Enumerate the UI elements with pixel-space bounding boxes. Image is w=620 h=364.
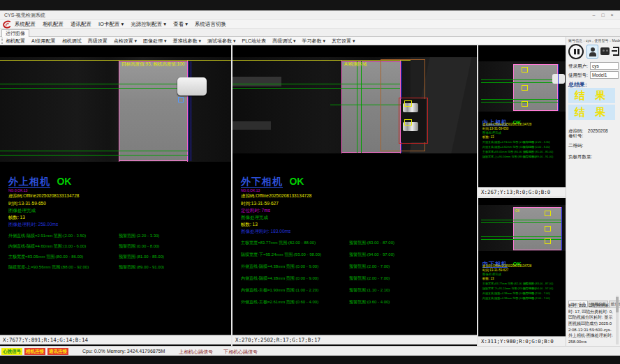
device-icon (603, 50, 605, 52)
toolbar-item-10[interactable]: 学习参数 ▾ (302, 38, 325, 45)
log-scrollbar[interactable] (616, 296, 619, 344)
camera-view-inner-bottom[interactable]: OK 内下相机 OK 虚拟码:Offline20250208133134728 … (478, 198, 566, 336)
measure-line (481, 236, 562, 237)
tab-run-image[interactable]: 运行图像 (1, 29, 29, 37)
frame-count-text: 帧数: 13 (482, 277, 494, 280)
status-badge-2: 通讯连接 (47, 348, 68, 355)
process-done-text: 图像处理完成 (8, 208, 36, 214)
login-user-field[interactable]: cys (590, 62, 619, 70)
tab-marker-box (522, 101, 528, 107)
result-block-top: 结 果 (568, 88, 615, 103)
toolbar-item-5[interactable]: 图像处理 ▾ (143, 38, 166, 45)
virtual-code-label: 虚拟码: (568, 128, 583, 133)
camera-view-inner-top[interactable]: 内上相机 OK 虚拟码:Offline20250208133134728 时间:… (478, 45, 566, 187)
menu-bar: 系统配置相机配置通讯配置IO卡配置 ▾光源控制配置 ▾查看 ▾系统语言切换 (0, 20, 620, 29)
toolbar-item-11[interactable]: 其它设置 ▾ (332, 38, 355, 45)
measure-line (232, 84, 400, 84)
toolbar: 相机配置AI使用配置相机调试高级设置点检设置 ▾图像处理 ▾基准线参数 ▾测试项… (0, 37, 566, 45)
elapsed-text: 图像处理耗时: 183.00ms (241, 229, 290, 235)
baseline-blue (189, 61, 189, 161)
toolbar-item-1[interactable]: AI使用配置 (31, 38, 56, 45)
ai-roi-label: AI检测区域 (344, 61, 367, 68)
menu-item-5[interactable]: 查看 ▾ (173, 20, 188, 28)
camera-image-inner-bottom[interactable]: OK (478, 205, 566, 251)
measurement-row: 主极宽度=83.05mm 范围:(80.00 - 86.00)预警范围:(81.… (8, 254, 228, 260)
baseline-blue (561, 207, 562, 250)
toolbar-item-6[interactable]: 基准线参数 ▾ (173, 38, 201, 45)
minimize-button[interactable]: – (590, 12, 598, 19)
maximize-button[interactable]: □ (599, 12, 607, 19)
model-field[interactable]: Model1 (590, 71, 619, 79)
toolbar-item-0[interactable]: 相机配置 (6, 38, 25, 45)
status-badge-0: 心跳信号 (1, 348, 22, 355)
tab-marker-box (522, 67, 528, 73)
close-button[interactable]: × (608, 12, 616, 19)
user-login-button[interactable] (586, 45, 598, 59)
menu-item-6[interactable]: 系统语言切换 (195, 20, 226, 28)
counter-text: NG:0,OK:13 (8, 188, 27, 192)
measurement-row: 外侧直线-隔膜=2.91mm 范围:(2.00 - 3.50)预警范围:(2.2… (482, 140, 565, 144)
barcode-text: 虚拟码:Offline20250208133134728 (482, 264, 531, 268)
log-scrollbar-thumb[interactable] (616, 297, 619, 312)
user-icon (589, 52, 596, 56)
model-label: 使用型号: (568, 73, 588, 79)
measure-vline (357, 61, 357, 153)
tab-marker-box (545, 211, 551, 216)
coord-bar-inner-top: X:267;Y:13;R:0;G:0;B:0 (478, 187, 566, 196)
counter-text: NG:0,OK:13 (241, 188, 260, 192)
measurement-row: 隔膜宽度-上=90.56mm 范围:(88.00 - 92.00)预警范围:(8… (8, 264, 228, 271)
frame-count-text: 帧数: 13 (241, 222, 258, 228)
tab-marker-box (522, 85, 528, 91)
camera-view-middle[interactable]: AI检测区域 外下相机 OK NG:0,OK:13 虚拟码:Offline202… (232, 45, 477, 335)
pin-number-label: 卷针号: (568, 133, 583, 139)
baseline-blue (191, 61, 191, 161)
toolbar-item-7[interactable]: 测试项参数 ▾ (207, 38, 235, 45)
height-line-overlay (0, 60, 231, 61)
tab-marker-box (545, 238, 551, 244)
frame-count-text: 帧数: 13 (482, 135, 494, 139)
edge-line-left (119, 61, 119, 162)
exit-button[interactable] (612, 45, 620, 59)
status-ok: OK (289, 176, 304, 187)
measure-line (481, 220, 562, 220)
toolbar-item-9[interactable]: 高级调试 ▾ (272, 38, 295, 45)
time-text: 时间:13-31-59-627 (482, 268, 508, 272)
menu-item-3[interactable]: IO卡配置 ▾ (98, 20, 124, 28)
toolbar-item-4[interactable]: 点检设置 ▾ (114, 38, 137, 45)
camera-image-middle[interactable]: AI检测区域 (232, 57, 477, 153)
measure-line (0, 151, 188, 151)
camera-view-left[interactable]: 目标高度值:93, 相机高度值:100 外上相机 OK NG:0,OK:13 虚… (0, 45, 231, 335)
height-overlay-text: 目标高度值:93, 相机高度值:100 (121, 61, 184, 68)
pause-icon (574, 49, 576, 54)
gripper-clip (552, 74, 565, 84)
measurement-row: 主极宽度=83.77mm 范围:(82.00 - 88.00)预警范围:(83.… (482, 282, 565, 285)
measure-line (481, 99, 558, 100)
measure-line (0, 155, 188, 156)
barcode-text: 虚拟码:Offline20250208133134728 (8, 193, 79, 199)
pause-button[interactable] (568, 44, 584, 59)
menu-item-4[interactable]: 光源控制配置 ▾ (131, 20, 166, 28)
baseline-blue (558, 64, 559, 111)
time-text: 时间:13-31-59-627 (241, 201, 279, 207)
result-text: 结 果 (575, 89, 609, 101)
menu-item-0[interactable]: 系统配置 (15, 20, 36, 28)
measurement-row: 内侧直线-主极=1.90mm 范围:(1.00 - 2.20)预警范围:(1.1… (241, 287, 475, 294)
measurement-row: 主极宽度=83.77mm 范围:(82.00 - 88.00)预警范围:(83.… (241, 240, 475, 246)
toolbar-item-2[interactable]: 相机调试 (62, 38, 82, 45)
tab-marker-label: OK (515, 209, 520, 213)
measure-vline (361, 61, 362, 153)
login-user-label: 登录用户: (568, 63, 588, 70)
measurement-row: 外侧直线-隔膜=4.38mm 范围:(0.00 - 9.00)预警范围:(2.0… (241, 264, 475, 270)
toolbar-item-8[interactable]: PLC地址表 (242, 38, 267, 45)
edge-line-right (187, 61, 188, 162)
locate-time-text: 定位耗时: 7ms (241, 208, 270, 214)
camera-image-left[interactable]: 目标高度值:93, 相机高度值:100 (0, 57, 231, 162)
menu-item-1[interactable]: 相机配置 (43, 20, 64, 28)
camera-image-inner-top[interactable] (478, 61, 566, 112)
device-button[interactable] (600, 45, 611, 59)
edge-line-left (341, 61, 342, 153)
app-window: CYS-视觉检测系统 – □ × 系统配置相机配置通讯配置IO卡配置 ▾光源控制… (0, 0, 620, 364)
measurement-row: 隔膜宽度-下=95.24mm 范围:(93.00 - 98.00)预警范围:(9… (482, 287, 565, 290)
menu-item-2[interactable]: 通讯配置 (71, 20, 91, 28)
toolbar-item-3[interactable]: 高级设置 (88, 38, 108, 45)
